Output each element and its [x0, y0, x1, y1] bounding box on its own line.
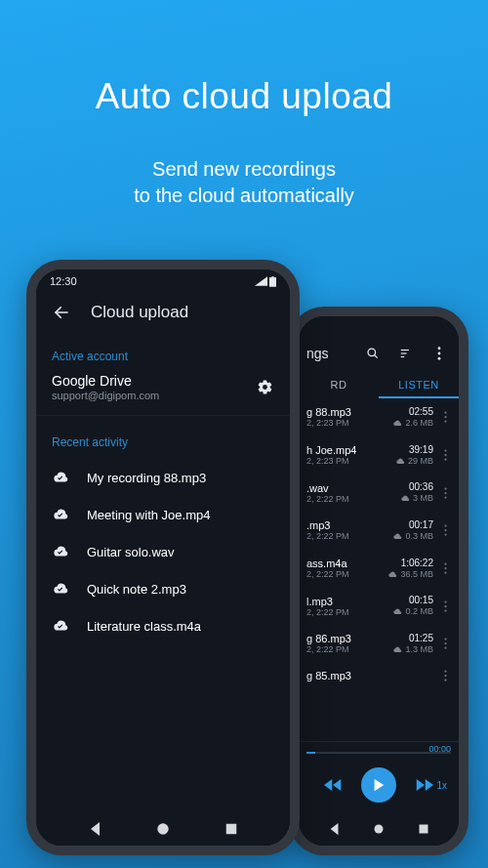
recording-subtitle: 2, 2:22 PM — [306, 569, 387, 579]
nav-home-icon[interactable] — [154, 820, 172, 838]
front-screen: 12:30 Cloud upload Active account Google… — [36, 269, 290, 846]
recording-row[interactable]: .wav2, 2:22 PM00:363 MB — [299, 474, 459, 512]
recording-size: 29 MB — [408, 456, 433, 468]
row-overflow-icon[interactable] — [439, 670, 451, 682]
svg-rect-2 — [401, 350, 409, 351]
recent-item[interactable]: Quick note 2.mp3 — [52, 570, 274, 607]
rewind-button[interactable] — [324, 778, 342, 792]
nav-recents-icon[interactable] — [223, 820, 240, 838]
svg-rect-38 — [225, 824, 236, 835]
svg-rect-33 — [419, 825, 427, 834]
svg-point-17 — [444, 525, 446, 527]
recording-size: 0.3 MB — [405, 531, 433, 543]
svg-point-15 — [444, 492, 446, 494]
row-overflow-icon[interactable] — [439, 449, 451, 461]
hero: Auto cloud upload Send new recordings to… — [0, 0, 488, 209]
svg-point-21 — [444, 567, 446, 569]
svg-rect-34 — [269, 277, 276, 287]
recording-title: g 86.mp3 — [306, 633, 392, 644]
back-appbar: ngs — [299, 334, 459, 369]
seek-time: 00:00 — [428, 744, 451, 754]
nav-back-icon[interactable] — [326, 820, 344, 838]
svg-point-29 — [444, 670, 446, 672]
phone-front: 12:30 Cloud upload Active account Google… — [26, 260, 300, 855]
playback-rate[interactable]: 1x — [436, 780, 447, 791]
recent-item[interactable]: Meeting with Joe.mp4 — [52, 496, 274, 533]
statusbar: 12:30 — [36, 269, 290, 291]
forward-button[interactable] — [416, 778, 433, 792]
svg-rect-3 — [401, 352, 407, 353]
recording-subtitle: 2, 2:22 PM — [306, 531, 392, 541]
filter-icon[interactable] — [396, 344, 416, 363]
recording-size: 2.6 MB — [405, 418, 433, 430]
appbar: Cloud upload — [36, 291, 290, 336]
search-icon[interactable] — [363, 344, 383, 363]
recent-item[interactable]: My recording 88.mp3 — [52, 459, 274, 496]
recording-row[interactable]: l.mp32, 2:22 PM00:150.2 MB — [299, 587, 459, 625]
file-name: Meeting with Joe.mp4 — [87, 508, 210, 522]
svg-point-18 — [444, 529, 446, 531]
recording-row[interactable]: .mp32, 2:22 PM00:170.3 MB — [299, 512, 459, 550]
recording-row[interactable]: h Joe.mp42, 2:23 PM39:1929 MB — [299, 436, 459, 475]
recording-size: 0.2 MB — [405, 606, 433, 618]
cloud-done-icon — [52, 469, 69, 486]
svg-point-23 — [444, 600, 446, 602]
recent-item[interactable]: Literature class.m4a — [52, 607, 274, 644]
cloud-mini-icon — [392, 420, 402, 428]
account-name: Google Drive — [52, 373, 159, 389]
cloud-mini-icon — [387, 571, 397, 579]
nav-recents-icon[interactable] — [415, 820, 432, 838]
row-overflow-icon[interactable] — [439, 562, 451, 574]
recording-subtitle: 2, 2:22 PM — [306, 607, 392, 617]
cloud-done-icon — [52, 580, 69, 598]
back-arrow-icon[interactable] — [52, 303, 71, 322]
svg-rect-4 — [401, 356, 405, 357]
account-email: support@digipom.com — [52, 390, 159, 401]
recording-row[interactable]: g 86.mp32, 2:22 PM01:251.3 MB — [299, 625, 459, 663]
nav-home-icon[interactable] — [370, 820, 387, 838]
cloud-mini-icon — [400, 495, 410, 503]
recording-row[interactable]: g 85.mp3 — [299, 663, 459, 688]
svg-point-10 — [444, 421, 446, 423]
svg-line-1 — [375, 355, 378, 358]
tab-record[interactable]: RD — [299, 369, 379, 398]
cloud-done-icon — [52, 543, 69, 560]
svg-point-27 — [444, 642, 446, 644]
svg-point-22 — [444, 571, 446, 573]
cloud-mini-icon — [392, 533, 402, 541]
recording-size: 36.5 MB — [400, 569, 433, 581]
row-overflow-icon[interactable] — [439, 487, 451, 499]
recording-duration: 00:15 — [392, 594, 433, 606]
svg-point-25 — [444, 609, 446, 611]
recording-row[interactable]: g 88.mp32, 2:23 PM02:552.6 MB — [299, 398, 459, 436]
account-row[interactable]: Google Drive support@digipom.com — [36, 373, 290, 416]
recording-size: 3 MB — [413, 493, 433, 505]
file-name: Quick note 2.mp3 — [87, 582, 186, 597]
cloud-done-icon — [52, 506, 69, 523]
svg-point-24 — [444, 605, 446, 607]
svg-point-28 — [444, 647, 446, 649]
row-overflow-icon[interactable] — [439, 524, 451, 536]
svg-rect-35 — [271, 276, 274, 277]
tabs: RD LISTEN — [299, 369, 459, 398]
row-overflow-icon[interactable] — [439, 600, 451, 612]
recording-duration: 02:55 — [392, 405, 433, 418]
row-overflow-icon[interactable] — [439, 638, 451, 649]
gear-icon[interactable] — [255, 378, 274, 397]
recording-size: 1.3 MB — [405, 644, 433, 656]
nav-back-icon[interactable] — [87, 820, 104, 838]
svg-point-5 — [438, 347, 441, 350]
recording-duration: 00:17 — [392, 518, 433, 531]
file-name: Literature class.m4a — [87, 619, 201, 634]
recording-subtitle: 2, 2:23 PM — [306, 418, 392, 428]
hero-sub-line1: Send new recordings — [0, 156, 488, 183]
seekbar[interactable]: 00:00 — [306, 746, 451, 760]
overflow-icon[interactable] — [429, 344, 449, 363]
active-account-label: Active account — [36, 342, 290, 373]
row-overflow-icon[interactable] — [439, 411, 451, 423]
svg-point-32 — [375, 825, 384, 834]
tab-listen[interactable]: LISTEN — [379, 369, 459, 398]
play-button[interactable] — [361, 767, 396, 803]
recording-row[interactable]: ass.m4a2, 2:22 PM1:06:2236.5 MB — [299, 550, 459, 588]
recent-item[interactable]: Guitar solo.wav — [52, 533, 274, 570]
